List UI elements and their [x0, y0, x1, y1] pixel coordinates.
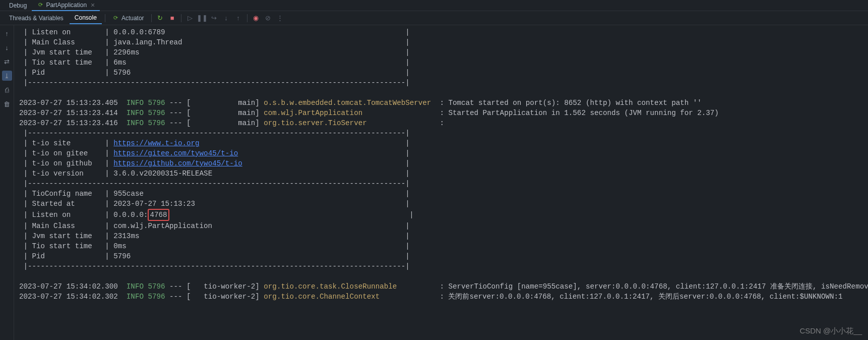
row-label: Listen on: [32, 211, 71, 219]
row-value: com.wlj.PartApplication: [113, 222, 212, 230]
log-class: com.wlj.PartApplication: [264, 109, 436, 117]
row-label: Main Class: [32, 38, 75, 46]
actuator-label: Actuator: [121, 15, 144, 22]
row-value: 5796: [113, 69, 131, 77]
toolbar-separator: [181, 14, 181, 22]
row-label: Tio start time: [32, 59, 92, 67]
row-value: 2313ms: [113, 232, 139, 240]
listen-prefix: 0.0.0.0:: [113, 211, 148, 219]
main-area: ↑ ↓ ⇄ ⤓ ⎙ 🗑 | Listen on | 0.0.0.0:6789 |…: [0, 25, 868, 340]
stop-icon[interactable]: ■: [167, 13, 178, 24]
row-value: 3.6.0.v20200315-RELEASE: [113, 169, 212, 178]
log-pid: 5796: [148, 293, 165, 301]
row-label: Tio start time: [32, 242, 92, 250]
log-level: INFO: [127, 119, 144, 127]
log-ts: 2023-07-27 15:34:02.302: [19, 293, 118, 301]
border-line: |---------------------------------------…: [24, 129, 410, 137]
border-line: |---------------------------------------…: [24, 79, 410, 87]
log-msg: : 关闭前server:0.0.0.0:4768, client:127.0.0…: [440, 293, 842, 301]
row-value: 0ms: [113, 242, 127, 250]
log-sep: ---: [169, 293, 182, 301]
rerun-icon[interactable]: ↻: [155, 13, 166, 24]
log-class: org.tio.core.ChannelContext: [264, 293, 436, 301]
view-breakpoints-icon[interactable]: ◉: [251, 13, 262, 24]
close-icon[interactable]: ×: [91, 1, 95, 9]
log-ts: 2023-07-27 15:34:02.300: [19, 282, 118, 291]
actuator-item[interactable]: ⟳ Actuator: [108, 15, 148, 22]
mute-breakpoints-icon[interactable]: ⊘: [263, 13, 274, 24]
row-label: Main Class: [32, 222, 75, 230]
watermark-text: CSDN @小小花__: [799, 326, 862, 336]
log-sep: ---: [169, 119, 182, 127]
log-class: o.s.b.w.embedded.tomcat.TomcatWebServer: [264, 99, 436, 107]
tio-gitee-link[interactable]: https://gitee.com/tywo45/t-io: [113, 149, 238, 157]
print-icon[interactable]: ⎙: [2, 85, 12, 95]
log-class: org.tio.core.task.CloseRunnable: [264, 282, 436, 291]
tio-github-link[interactable]: https://github.com/tywo45/t-io: [113, 159, 242, 167]
log-ts: 2023-07-27 15:13:23.405: [19, 99, 118, 107]
toolbar-separator: [105, 14, 105, 22]
log-thread: [ tio-worker-2]: [187, 293, 260, 301]
row-label: t-io on gitee: [32, 149, 88, 157]
row-value: java.lang.Thread: [113, 38, 182, 46]
row-label: Pid: [32, 252, 45, 260]
row-value: 955case: [113, 190, 144, 198]
tab-debug[interactable]: Debug: [4, 1, 32, 10]
log-sep: ---: [169, 109, 182, 117]
log-msg: : ServerTioConfig [name=955case], server…: [440, 282, 868, 291]
row-label: t-io on github: [32, 159, 92, 167]
console-output[interactable]: | Listen on | 0.0.0.0:6789 | | Main Clas…: [14, 25, 868, 340]
log-level: INFO: [127, 109, 144, 117]
step-out-icon[interactable]: ↑: [233, 13, 244, 24]
tio-site-link[interactable]: https://www.t-io.org: [113, 139, 199, 147]
log-msg: : Started PartApplication in 1.562 secon…: [440, 109, 718, 117]
log-thread: [ main]: [187, 119, 260, 127]
tab-app-label: PartApplication: [46, 2, 87, 9]
toolbar-separator: [247, 14, 247, 22]
row-label: Jvm start time: [32, 48, 92, 56]
row-label: t-io version: [32, 169, 84, 178]
toolbar-tab-console[interactable]: Console: [70, 12, 102, 24]
log-thread: [ main]: [187, 109, 260, 117]
log-ts: 2023-07-27 15:13:23.414: [19, 109, 118, 117]
log-pid: 5796: [148, 109, 165, 117]
row-value: 5796: [113, 252, 131, 260]
log-pid: 5796: [148, 282, 165, 291]
log-level: INFO: [127, 282, 144, 291]
log-level: INFO: [127, 99, 144, 107]
row-value: 2296ms: [113, 48, 139, 56]
log-class: org.tio.server.TioServer: [264, 119, 436, 127]
log-sep: ---: [169, 99, 182, 107]
log-thread: [ tio-worker-2]: [187, 282, 260, 291]
log-pid: 5796: [148, 99, 165, 107]
log-ts: 2023-07-27 15:13:23.416: [19, 119, 118, 127]
log-level: INFO: [127, 293, 144, 301]
toolbar-tab-threads-vars[interactable]: Threads & Variables: [4, 13, 69, 24]
soft-wrap-icon[interactable]: ⇄: [2, 56, 12, 67]
resume-icon[interactable]: ▷: [184, 13, 196, 24]
row-label: TioConfig name: [32, 190, 92, 198]
row-value: 6ms: [113, 59, 127, 67]
log-thread: [ main]: [187, 99, 260, 107]
tab-debug-label: Debug: [9, 2, 27, 9]
row-value: 0.0.0.0:6789: [113, 28, 165, 36]
step-over-icon[interactable]: ↪: [209, 13, 220, 24]
scroll-up-icon[interactable]: ↑: [2, 28, 12, 38]
tab-part-application[interactable]: ⟳ PartApplication ×: [32, 0, 100, 11]
debug-toolbar: Threads & Variables Console ⟳ Actuator ↻…: [0, 11, 868, 25]
row-label: t-io site: [32, 139, 71, 147]
clear-icon[interactable]: 🗑: [2, 99, 12, 109]
step-into-icon[interactable]: ↓: [221, 13, 232, 24]
listen-port-highlight: 4768: [148, 209, 169, 221]
row-value: 2023-07-27 15:13:23: [113, 200, 195, 208]
more-icon[interactable]: ⋮: [275, 13, 286, 24]
pause-icon[interactable]: ❚❚: [197, 13, 208, 24]
spring-boot-icon: ⟳: [37, 2, 44, 9]
log-msg: : Tomcat started on port(s): 8652 (http)…: [440, 99, 701, 107]
scroll-to-end-icon[interactable]: ⤓: [2, 71, 12, 81]
top-tabs-bar: Debug ⟳ PartApplication ×: [0, 0, 868, 11]
row-label: Started at: [32, 200, 75, 208]
scroll-down-icon[interactable]: ↓: [2, 42, 12, 52]
spring-icon: ⟳: [112, 15, 119, 22]
row-label: Jvm start time: [32, 232, 92, 240]
